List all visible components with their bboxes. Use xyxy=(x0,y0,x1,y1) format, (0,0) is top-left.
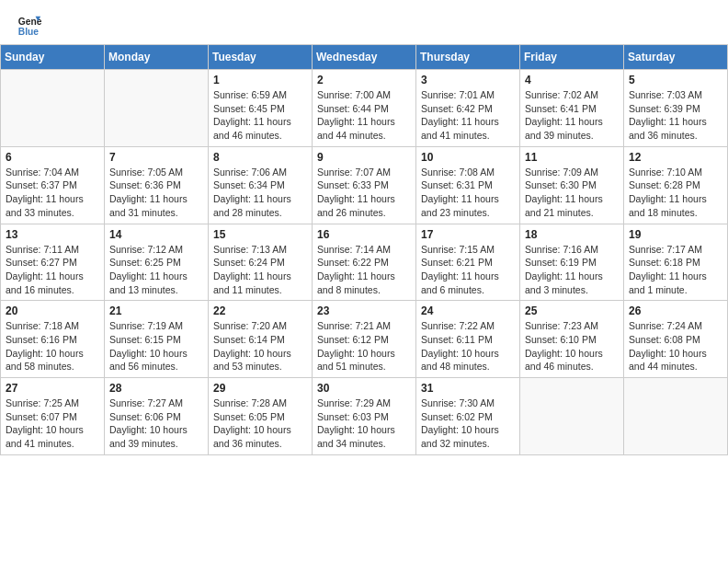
day-info: Sunrise: 7:15 AM Sunset: 6:21 PM Dayligh… xyxy=(421,243,515,297)
day-number: 17 xyxy=(421,228,515,241)
day-info: Sunrise: 7:28 AM Sunset: 6:05 PM Dayligh… xyxy=(213,396,307,451)
day-number: 21 xyxy=(109,304,203,317)
day-number: 14 xyxy=(109,228,203,241)
calendar-cell: 27Sunrise: 7:25 AM Sunset: 6:07 PM Dayli… xyxy=(1,378,105,455)
calendar-cell xyxy=(105,70,209,147)
day-number: 12 xyxy=(629,151,722,164)
day-number: 28 xyxy=(109,382,203,395)
day-number: 24 xyxy=(421,304,515,317)
day-number: 7 xyxy=(109,151,203,164)
day-number: 5 xyxy=(629,74,722,86)
day-info: Sunrise: 7:04 AM Sunset: 6:37 PM Dayligh… xyxy=(6,166,99,220)
calendar-cell: 15Sunrise: 7:13 AM Sunset: 6:24 PM Dayli… xyxy=(209,224,313,301)
day-info: Sunrise: 7:25 AM Sunset: 6:07 PM Dayligh… xyxy=(6,396,99,451)
day-info: Sunrise: 7:09 AM Sunset: 6:30 PM Dayligh… xyxy=(525,166,619,220)
col-header-tuesday: Tuesday xyxy=(209,45,313,70)
calendar-cell: 26Sunrise: 7:24 AM Sunset: 6:08 PM Dayli… xyxy=(624,301,728,378)
svg-text:Blue: Blue xyxy=(18,27,40,37)
logo-icon: General Blue xyxy=(17,13,42,39)
day-number: 23 xyxy=(317,304,411,317)
day-number: 8 xyxy=(213,151,307,164)
day-number: 26 xyxy=(629,304,722,317)
calendar-table: SundayMondayTuesdayWednesdayThursdayFrid… xyxy=(0,44,728,455)
day-info: Sunrise: 7:11 AM Sunset: 6:27 PM Dayligh… xyxy=(6,243,99,297)
logo: General Blue xyxy=(17,13,42,39)
day-number: 6 xyxy=(6,151,99,164)
calendar-cell: 17Sunrise: 7:15 AM Sunset: 6:21 PM Dayli… xyxy=(416,224,520,301)
day-info: Sunrise: 7:21 AM Sunset: 6:12 PM Dayligh… xyxy=(317,319,411,373)
calendar-week-4: 20Sunrise: 7:18 AM Sunset: 6:16 PM Dayli… xyxy=(1,301,728,378)
day-info: Sunrise: 7:13 AM Sunset: 6:24 PM Dayligh… xyxy=(213,243,307,297)
calendar-cell: 11Sunrise: 7:09 AM Sunset: 6:30 PM Dayli… xyxy=(520,146,624,224)
col-header-monday: Monday xyxy=(105,45,209,70)
day-number: 2 xyxy=(317,74,411,86)
calendar-cell: 2Sunrise: 7:00 AM Sunset: 6:44 PM Daylig… xyxy=(313,70,416,147)
day-info: Sunrise: 7:12 AM Sunset: 6:25 PM Dayligh… xyxy=(109,243,203,297)
calendar-cell xyxy=(1,70,105,147)
calendar-header-row: SundayMondayTuesdayWednesdayThursdayFrid… xyxy=(1,45,728,70)
day-info: Sunrise: 7:19 AM Sunset: 6:15 PM Dayligh… xyxy=(109,319,203,373)
day-number: 3 xyxy=(421,74,515,86)
calendar-cell: 29Sunrise: 7:28 AM Sunset: 6:05 PM Dayli… xyxy=(209,378,313,455)
calendar-cell: 24Sunrise: 7:22 AM Sunset: 6:11 PM Dayli… xyxy=(416,301,520,378)
calendar-week-3: 13Sunrise: 7:11 AM Sunset: 6:27 PM Dayli… xyxy=(1,224,728,301)
day-info: Sunrise: 7:14 AM Sunset: 6:22 PM Dayligh… xyxy=(317,243,411,297)
day-number: 27 xyxy=(6,382,99,395)
calendar-cell: 13Sunrise: 7:11 AM Sunset: 6:27 PM Dayli… xyxy=(1,224,105,301)
day-number: 29 xyxy=(213,382,307,395)
calendar-week-1: 1Sunrise: 6:59 AM Sunset: 6:45 PM Daylig… xyxy=(1,70,728,147)
day-number: 19 xyxy=(629,228,722,241)
calendar-cell: 1Sunrise: 6:59 AM Sunset: 6:45 PM Daylig… xyxy=(209,70,313,147)
calendar-cell xyxy=(624,378,728,455)
day-info: Sunrise: 7:00 AM Sunset: 6:44 PM Dayligh… xyxy=(317,88,411,143)
calendar-cell: 8Sunrise: 7:06 AM Sunset: 6:34 PM Daylig… xyxy=(209,146,313,224)
day-number: 9 xyxy=(317,151,411,164)
calendar-cell: 9Sunrise: 7:07 AM Sunset: 6:33 PM Daylig… xyxy=(313,146,416,224)
calendar-week-2: 6Sunrise: 7:04 AM Sunset: 6:37 PM Daylig… xyxy=(1,146,728,224)
day-number: 20 xyxy=(6,304,99,317)
calendar-cell: 10Sunrise: 7:08 AM Sunset: 6:31 PM Dayli… xyxy=(416,146,520,224)
day-info: Sunrise: 7:29 AM Sunset: 6:03 PM Dayligh… xyxy=(317,396,411,451)
day-info: Sunrise: 7:07 AM Sunset: 6:33 PM Dayligh… xyxy=(317,166,411,220)
calendar-week-5: 27Sunrise: 7:25 AM Sunset: 6:07 PM Dayli… xyxy=(1,378,728,455)
day-info: Sunrise: 7:01 AM Sunset: 6:42 PM Dayligh… xyxy=(421,88,515,143)
day-info: Sunrise: 7:03 AM Sunset: 6:39 PM Dayligh… xyxy=(629,88,722,143)
day-number: 16 xyxy=(317,228,411,241)
day-info: Sunrise: 7:27 AM Sunset: 6:06 PM Dayligh… xyxy=(109,396,203,451)
day-info: Sunrise: 7:20 AM Sunset: 6:14 PM Dayligh… xyxy=(213,319,307,373)
calendar-cell: 16Sunrise: 7:14 AM Sunset: 6:22 PM Dayli… xyxy=(313,224,416,301)
day-info: Sunrise: 7:23 AM Sunset: 6:10 PM Dayligh… xyxy=(525,319,619,373)
calendar-cell: 28Sunrise: 7:27 AM Sunset: 6:06 PM Dayli… xyxy=(105,378,209,455)
calendar-cell: 14Sunrise: 7:12 AM Sunset: 6:25 PM Dayli… xyxy=(105,224,209,301)
day-number: 4 xyxy=(525,74,619,86)
page-header: General Blue xyxy=(0,0,728,44)
day-number: 18 xyxy=(525,228,619,241)
calendar-cell xyxy=(520,378,624,455)
calendar-cell: 6Sunrise: 7:04 AM Sunset: 6:37 PM Daylig… xyxy=(1,146,105,224)
day-info: Sunrise: 7:30 AM Sunset: 6:02 PM Dayligh… xyxy=(421,396,515,451)
day-number: 11 xyxy=(525,151,619,164)
day-info: Sunrise: 7:10 AM Sunset: 6:28 PM Dayligh… xyxy=(629,166,722,220)
col-header-friday: Friday xyxy=(520,45,624,70)
col-header-thursday: Thursday xyxy=(416,45,520,70)
day-info: Sunrise: 6:59 AM Sunset: 6:45 PM Dayligh… xyxy=(213,88,307,143)
calendar-cell: 7Sunrise: 7:05 AM Sunset: 6:36 PM Daylig… xyxy=(105,146,209,224)
day-info: Sunrise: 7:17 AM Sunset: 6:18 PM Dayligh… xyxy=(629,243,722,297)
day-info: Sunrise: 7:06 AM Sunset: 6:34 PM Dayligh… xyxy=(213,166,307,220)
day-info: Sunrise: 7:22 AM Sunset: 6:11 PM Dayligh… xyxy=(421,319,515,373)
day-info: Sunrise: 7:24 AM Sunset: 6:08 PM Dayligh… xyxy=(629,319,722,373)
calendar-cell: 3Sunrise: 7:01 AM Sunset: 6:42 PM Daylig… xyxy=(416,70,520,147)
day-number: 10 xyxy=(421,151,515,164)
calendar-cell: 31Sunrise: 7:30 AM Sunset: 6:02 PM Dayli… xyxy=(416,378,520,455)
day-info: Sunrise: 7:08 AM Sunset: 6:31 PM Dayligh… xyxy=(421,166,515,220)
calendar-cell: 22Sunrise: 7:20 AM Sunset: 6:14 PM Dayli… xyxy=(209,301,313,378)
col-header-sunday: Sunday xyxy=(1,45,105,70)
day-info: Sunrise: 7:16 AM Sunset: 6:19 PM Dayligh… xyxy=(525,243,619,297)
calendar-cell: 30Sunrise: 7:29 AM Sunset: 6:03 PM Dayli… xyxy=(313,378,416,455)
day-number: 15 xyxy=(213,228,307,241)
day-number: 22 xyxy=(213,304,307,317)
day-number: 1 xyxy=(213,74,307,86)
calendar-cell: 23Sunrise: 7:21 AM Sunset: 6:12 PM Dayli… xyxy=(313,301,416,378)
day-number: 25 xyxy=(525,304,619,317)
day-info: Sunrise: 7:18 AM Sunset: 6:16 PM Dayligh… xyxy=(6,319,99,373)
